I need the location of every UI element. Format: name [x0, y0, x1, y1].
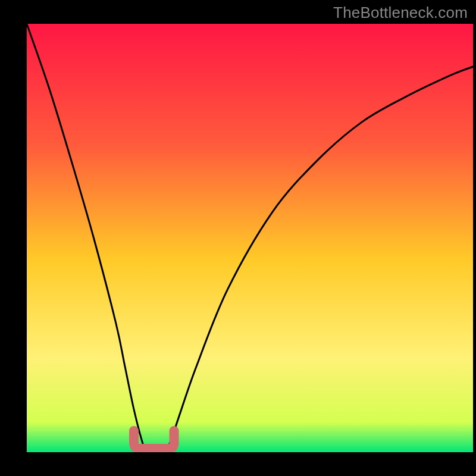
chart-frame: TheBottleneck.com [0, 0, 476, 476]
watermark-label: TheBottleneck.com [333, 4, 468, 22]
bottleneck-chart [0, 0, 476, 476]
